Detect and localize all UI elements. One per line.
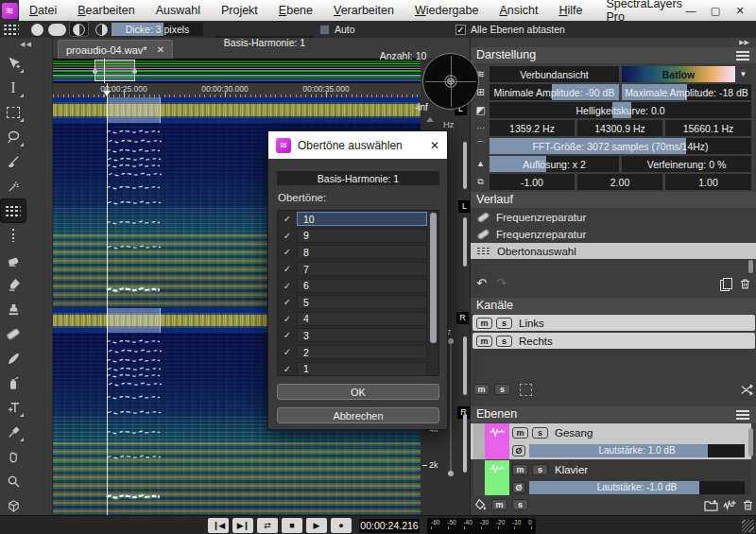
brush-selection-tool[interactable]: [0, 149, 26, 174]
layer-row-klavier[interactable]: m s Klavier Ø Lautstärke: -1.0 dB: [471, 460, 751, 495]
channel-select-icon[interactable]: [520, 384, 532, 396]
sample-all-checkbox[interactable]: ✓: [455, 25, 466, 35]
stop-button[interactable]: ■: [282, 518, 302, 533]
harmonic-item-6[interactable]: ✓6: [278, 277, 438, 294]
check-icon[interactable]: ✓: [278, 364, 297, 374]
menu-datei[interactable]: Datei: [19, 0, 67, 21]
new-layer-icon[interactable]: [723, 499, 737, 511]
record-button[interactable]: ●: [331, 518, 352, 533]
layers-overview-strip[interactable]: [53, 59, 421, 83]
layer-color-swatch[interactable]: [485, 460, 509, 495]
dialog-scrollbar[interactable]: [430, 213, 437, 343]
navigation-wheel[interactable]: [422, 53, 479, 110]
solo-button[interactable]: s: [496, 336, 512, 347]
new-group-icon[interactable]: [704, 499, 718, 511]
check-icon[interactable]: ✓: [278, 347, 297, 357]
layers-scrollbar[interactable]: [748, 428, 753, 456]
harmonic-item-4[interactable]: ✓4: [278, 311, 438, 328]
layers-mute-all-button[interactable]: m: [491, 499, 507, 510]
selection-mode-add-icon[interactable]: [48, 24, 66, 36]
collapse-strip-icon[interactable]: [426, 117, 434, 122]
check-icon[interactable]: ✓: [278, 231, 297, 241]
mute-button[interactable]: m: [512, 464, 528, 475]
menu-wiedergabe[interactable]: Wiedergabe: [404, 0, 489, 21]
phase-invert-button[interactable]: Ø: [512, 445, 525, 456]
layers-menu-icon[interactable]: [736, 410, 749, 420]
trash-icon[interactable]: [739, 277, 751, 290]
scalpel-tool[interactable]: [0, 346, 26, 370]
history-item[interactable]: Frequenzreparatur: [471, 209, 756, 225]
undo-icon[interactable]: ↶: [476, 276, 487, 290]
fft-size-slider[interactable]: FFT-Größe: 3072 samples (70ms/14Hz): [490, 138, 751, 154]
loop-button[interactable]: ⇄: [257, 518, 278, 533]
check-icon[interactable]: ✓: [278, 297, 297, 307]
harmonic-item-3[interactable]: ✓3: [278, 327, 438, 344]
highlighter-tool[interactable]: [0, 272, 26, 297]
menu-hilfe[interactable]: Hilfe: [548, 0, 593, 21]
ok-button[interactable]: OK: [277, 384, 439, 400]
resolution-slider[interactable]: Auflösung: x 2: [490, 156, 619, 172]
eraser-tool[interactable]: [0, 248, 26, 272]
solo-button[interactable]: s: [532, 427, 548, 439]
history-scrollbar[interactable]: [748, 260, 753, 273]
harmonics-list[interactable]: ✓10 ✓9 ✓8 ✓7 ✓6 ✓5 ✓4 ✓3 ✓2 ✓1: [277, 210, 439, 376]
tab-close-icon[interactable]: ✕: [157, 44, 164, 55]
base-harmonic-field[interactable]: Basis-Harmonie: 1: [215, 36, 314, 49]
channel-row-rechts[interactable]: m s Rechts: [472, 333, 755, 349]
play-button[interactable]: ▶: [306, 518, 327, 533]
eyedropper-tool[interactable]: [0, 420, 26, 444]
dialog-base-harmonic-field[interactable]: Basis-Harmonie: 1: [277, 171, 439, 185]
channels-solo-all-button[interactable]: s: [494, 384, 510, 395]
redo-icon[interactable]: ↷: [496, 276, 507, 290]
collapse-tools-icon[interactable]: ◀◀: [0, 38, 52, 51]
layer-select-spine[interactable]: [473, 423, 485, 459]
channels-mute-all-button[interactable]: m: [473, 384, 490, 395]
mute-button[interactable]: m: [512, 427, 528, 439]
close-button[interactable]: ✕: [731, 5, 748, 17]
mute-button[interactable]: m: [476, 318, 492, 329]
solo-button[interactable]: s: [532, 464, 548, 475]
chevron-down-icon[interactable]: ▼: [735, 66, 751, 82]
check-icon[interactable]: ✓: [278, 281, 297, 291]
selection-mode-subtract-button[interactable]: [69, 21, 89, 37]
heal-tool[interactable]: [0, 321, 26, 346]
frequency-field-3[interactable]: 15660.1 Hz: [665, 120, 751, 136]
volume-slider[interactable]: Lautstärke: 1.0 dB: [529, 444, 745, 457]
overview-viewport-box[interactable]: [94, 60, 135, 81]
frequency-zoom-slider[interactable]: [450, 340, 452, 474]
copy-history-icon[interactable]: [720, 278, 730, 289]
volume-slider[interactable]: Lautstärke: -1.0 dB: [529, 481, 745, 494]
harmonic-item-2[interactable]: ✓2: [278, 344, 438, 361]
solo-button[interactable]: s: [496, 318, 512, 329]
zoom-tool[interactable]: [0, 469, 26, 493]
check-icon[interactable]: ✓: [278, 330, 297, 340]
text-tool[interactable]: [0, 395, 26, 420]
harmonic-item-9[interactable]: ✓9: [278, 228, 438, 245]
view-mode-button[interactable]: Verbundansicht: [490, 66, 619, 82]
skip-end-button[interactable]: ▶❙: [232, 518, 253, 533]
transient-selection-tool[interactable]: [0, 223, 26, 248]
channel-row-links[interactable]: m s Links: [472, 315, 755, 331]
minimize-button[interactable]: —: [682, 5, 699, 16]
display-menu-icon[interactable]: [736, 51, 749, 60]
lasso-selection-tool[interactable]: [0, 125, 26, 149]
menu-bearbeiten[interactable]: Bearbeiten: [67, 0, 145, 21]
layer-color-swatch[interactable]: [485, 423, 509, 459]
colormap-select[interactable]: Batlow: [622, 66, 735, 82]
check-icon[interactable]: ✓: [278, 247, 297, 257]
harmonic-item-8[interactable]: ✓8: [278, 244, 438, 261]
menu-verarbeiten[interactable]: Verarbeiten: [323, 0, 404, 21]
selection-mode-intersect-icon[interactable]: [95, 24, 108, 36]
panel-collapse-icon[interactable]: ▶▶: [739, 39, 749, 46]
trash-icon[interactable]: [742, 498, 754, 511]
dialog-close-icon[interactable]: ✕: [430, 139, 439, 152]
layer-row-gesang[interactable]: m s Gesang Ø Lautstärke: 1.0 dB: [471, 423, 751, 459]
transform-tool[interactable]: [0, 51, 26, 76]
check-icon[interactable]: ✓: [278, 264, 297, 274]
check-icon[interactable]: ✓: [278, 214, 297, 224]
magic-wand-tool[interactable]: [0, 174, 26, 198]
menu-ebene[interactable]: Ebene: [268, 0, 323, 21]
waveform-strip-left[interactable]: [53, 97, 421, 123]
brightness-slider[interactable]: Helligkeitskurve: 0.0: [490, 102, 751, 118]
harmonic-item-1[interactable]: ✓1: [278, 360, 438, 377]
